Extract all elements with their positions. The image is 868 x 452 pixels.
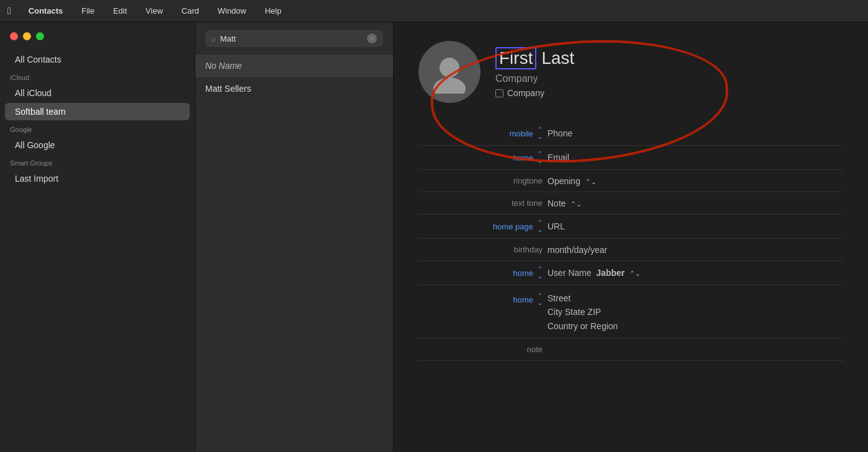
search-bar: ⌕ ✕ xyxy=(195,22,393,55)
fields-container: mobile ⌃⌄ Phone home ⌃⌄ Email ringtone O… xyxy=(418,122,843,361)
field-row-ringtone: ringtone Opening ⌃⌄ xyxy=(418,170,843,192)
field-label-birthday: birthday xyxy=(514,245,542,254)
field-label-wrap-birthday: birthday xyxy=(418,245,542,254)
field-label-home-email[interactable]: home xyxy=(513,153,533,162)
sidebar-item-all-contacts[interactable]: All Contacts xyxy=(5,51,190,68)
avatar-icon xyxy=(428,50,471,94)
field-stepper-jabber[interactable]: ⌃⌄ xyxy=(537,266,542,280)
name-section: First Last Company Company xyxy=(495,47,574,98)
sidebar-item-softball[interactable]: Softball team xyxy=(5,103,190,120)
menu-window[interactable]: Window xyxy=(214,5,250,17)
sidebar-section-icloud: iCloud xyxy=(0,69,195,84)
app-body: All Contacts iCloud All iCloud Softball … xyxy=(0,22,868,452)
field-value-url[interactable]: URL xyxy=(547,221,843,231)
fullscreen-button[interactable] xyxy=(36,32,44,40)
field-row-homepage: home page ⌃⌄ URL xyxy=(418,215,843,239)
contact-header: First Last Company Company xyxy=(418,41,843,103)
address-city-state-zip[interactable]: City State ZIP xyxy=(547,305,618,319)
field-label-wrap-note: note xyxy=(418,345,542,354)
svg-point-1 xyxy=(433,78,466,94)
jabber-label: Jabber xyxy=(596,268,625,278)
last-name-field[interactable]: Last xyxy=(541,48,574,68)
field-value-jabber[interactable]: User Name Jabber ⌃⌄ xyxy=(547,268,843,278)
first-name-field[interactable]: First xyxy=(495,47,536,69)
company-field[interactable]: Company xyxy=(495,73,574,84)
field-value-mobile[interactable]: Phone xyxy=(547,128,843,138)
search-input[interactable] xyxy=(220,34,363,43)
menu-edit[interactable]: Edit xyxy=(109,5,130,17)
menu-help[interactable]: Help xyxy=(261,5,285,17)
field-row-birthday: birthday month/day/year xyxy=(418,239,843,261)
field-value-email[interactable]: Email xyxy=(547,153,843,162)
menu-bar:  Contacts File Edit View Card Window He… xyxy=(0,0,868,22)
field-value-texttone[interactable]: Note ⌃⌄ xyxy=(547,198,843,208)
field-stepper-mobile[interactable]: ⌃⌄ xyxy=(537,126,542,140)
sidebar-section-google: Google xyxy=(0,121,195,136)
field-label-wrap-texttone: text tone xyxy=(418,198,542,208)
field-label-home-jabber[interactable]: home xyxy=(513,268,533,278)
company-checkbox[interactable] xyxy=(495,89,503,97)
sidebar-section-smart-groups: Smart Groups xyxy=(0,154,195,169)
address-block: Street City State ZIP Country or Region xyxy=(547,291,618,333)
search-clear-button[interactable]: ✕ xyxy=(367,33,377,43)
name-row: First Last xyxy=(495,47,574,69)
list-item-matt-sellers[interactable]: Matt Sellers xyxy=(195,78,393,100)
sidebar: All Contacts iCloud All iCloud Softball … xyxy=(0,22,195,452)
field-label-wrap-email: home ⌃⌄ xyxy=(418,151,542,164)
sidebar-item-all-google[interactable]: All Google xyxy=(5,136,190,154)
minimize-button[interactable] xyxy=(23,32,31,40)
field-row-jabber: home ⌃⌄ User Name Jabber ⌃⌄ xyxy=(418,261,843,285)
field-label-wrap-mobile: mobile ⌃⌄ xyxy=(418,126,542,140)
field-label-texttone: text tone xyxy=(512,198,542,208)
company-checkbox-label: Company xyxy=(507,88,544,98)
contact-list: No Name Matt Sellers xyxy=(195,55,393,452)
search-icon: ⌕ xyxy=(211,34,216,43)
field-row-texttone: text tone Note ⌃⌄ xyxy=(418,192,843,215)
field-label-note: note xyxy=(527,345,542,354)
jabber-stepper-icon[interactable]: ⌃⌄ xyxy=(629,270,640,277)
field-stepper-home-email[interactable]: ⌃⌄ xyxy=(537,151,542,164)
field-row-mobile: mobile ⌃⌄ Phone xyxy=(418,122,843,146)
field-label-home-address[interactable]: home xyxy=(513,295,533,304)
field-row-address: home ⌃⌄ Street City State ZIP Country or… xyxy=(418,285,843,339)
menu-card[interactable]: Card xyxy=(178,5,203,17)
field-label-wrap-homepage: home page ⌃⌄ xyxy=(418,219,542,233)
sidebar-item-last-import[interactable]: Last Import xyxy=(5,170,190,187)
ringtone-stepper-icon[interactable]: ⌃⌄ xyxy=(585,178,596,185)
field-label-mobile[interactable]: mobile xyxy=(510,129,533,138)
menu-view[interactable]: View xyxy=(142,5,167,17)
field-stepper-address[interactable]: ⌃⌄ xyxy=(537,293,542,306)
company-checkbox-row: Company xyxy=(495,88,574,98)
field-label-wrap-address: home ⌃⌄ xyxy=(418,291,542,306)
list-item-no-name[interactable]: No Name xyxy=(195,55,393,78)
sidebar-item-all-icloud[interactable]: All iCloud xyxy=(5,84,190,102)
field-stepper-homepage[interactable]: ⌃⌄ xyxy=(537,219,542,233)
field-row-note: note xyxy=(418,339,843,361)
address-country[interactable]: Country or Region xyxy=(547,319,618,333)
field-label-wrap-jabber: home ⌃⌄ xyxy=(418,266,542,280)
traffic-lights xyxy=(0,32,195,50)
field-row-email: home ⌃⌄ Email xyxy=(418,146,843,170)
menu-contacts[interactable]: Contacts xyxy=(25,5,67,17)
field-value-birthday[interactable]: month/day/year xyxy=(547,245,843,255)
search-input-wrap[interactable]: ⌕ ✕ xyxy=(205,30,383,47)
apple-logo-icon:  xyxy=(7,6,11,17)
close-button[interactable] xyxy=(10,32,18,40)
avatar xyxy=(418,41,480,103)
svg-point-0 xyxy=(440,58,459,78)
menu-file[interactable]: File xyxy=(78,5,98,17)
address-street[interactable]: Street xyxy=(547,291,618,305)
field-value-ringtone[interactable]: Opening ⌃⌄ xyxy=(547,176,843,186)
field-label-ringtone: ringtone xyxy=(513,176,542,185)
field-label-homepage[interactable]: home page xyxy=(493,222,533,231)
field-label-wrap-ringtone: ringtone xyxy=(418,176,542,185)
texttone-stepper-icon[interactable]: ⌃⌄ xyxy=(570,200,582,208)
detail-panel: First Last Company Company mobile ⌃⌄ Pho… xyxy=(394,22,868,452)
list-panel: ⌕ ✕ No Name Matt Sellers xyxy=(195,22,394,452)
